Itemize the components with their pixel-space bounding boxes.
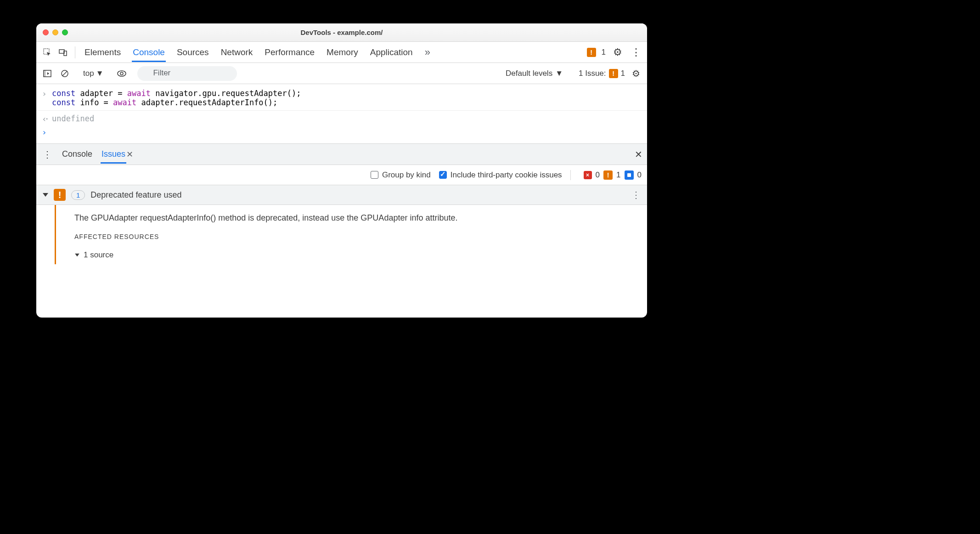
clear-console-icon[interactable] [58, 67, 71, 80]
live-expression-icon[interactable] [115, 67, 128, 80]
tab-performance[interactable]: Performance [264, 43, 315, 62]
drawer-tabs: ⋮ Console Issues ✕ ✕ [36, 144, 647, 165]
console-log-area[interactable]: const adapter = await navigator.gpu.requ… [36, 84, 647, 144]
drawer-more-icon[interactable]: ⋮ [41, 148, 54, 161]
settings-icon[interactable]: ⚙ [611, 46, 624, 59]
tab-sources[interactable]: Sources [176, 43, 210, 62]
prompt-caret-icon [42, 127, 48, 137]
thirdparty-label: Include third-party cookie issues [451, 170, 562, 180]
toggle-sidebar-icon[interactable] [41, 67, 54, 80]
console-prompt-row[interactable] [42, 125, 642, 139]
console-input-row: const adapter = await navigator.gpu.requ… [42, 87, 642, 109]
svg-point-7 [120, 72, 123, 75]
issue-body: The GPUAdapter requestAdapterInfo() meth… [55, 205, 647, 264]
svg-line-6 [62, 71, 67, 76]
issues-link[interactable]: 1 Issue: ! 1 [579, 69, 625, 78]
console-output: undefined [52, 114, 94, 123]
context-label: top [83, 69, 94, 78]
console-settings-icon[interactable]: ⚙ [630, 67, 642, 80]
issue-counts: × 0 ! 1 0 [584, 170, 642, 180]
execution-context-selector[interactable]: top ▼ [80, 68, 106, 80]
window-title: DevTools - example.com/ [36, 28, 647, 36]
svg-rect-4 [44, 70, 46, 77]
drawer-tab-issues[interactable]: Issues [101, 145, 126, 164]
tabs-overflow[interactable]: » [424, 42, 431, 63]
issues-count: 1 [621, 69, 625, 78]
toolbar-right: ! 1 ⚙ ⋮ [587, 46, 642, 59]
divider [36, 110, 647, 111]
issues-label: 1 Issue: [579, 69, 606, 78]
affected-source-row[interactable]: 1 source [74, 250, 638, 260]
drawer-tab-console[interactable]: Console [61, 145, 93, 164]
warning-badge-icon[interactable]: ! [587, 48, 596, 57]
issue-title: Deprecated feature used [90, 190, 181, 200]
tab-application[interactable]: Application [369, 43, 414, 62]
source-label: 1 source [84, 250, 113, 260]
checkbox-icon [371, 171, 378, 179]
main-toolbar: Elements Console Sources Network Perform… [36, 42, 647, 63]
divider [570, 170, 571, 180]
console-code: const adapter = await navigator.gpu.requ… [52, 89, 301, 107]
device-toolbar-icon[interactable] [56, 46, 69, 59]
issue-header[interactable]: ! 1 Deprecated feature used ⋮ [36, 185, 647, 205]
drawer-close-icon[interactable]: ✕ [635, 149, 642, 160]
devtools-window: DevTools - example.com/ Elements Console… [36, 23, 647, 318]
close-tab-icon[interactable]: ✕ [126, 149, 133, 159]
info-count: 0 [637, 170, 642, 180]
issue-message: The GPUAdapter requestAdapterInfo() meth… [74, 213, 638, 223]
warning-count: 1 [616, 170, 620, 180]
input-caret-icon [42, 89, 48, 98]
deprecation-icon: ! [54, 189, 66, 201]
issue-more-icon[interactable]: ⋮ [631, 189, 641, 200]
output-caret-icon [42, 114, 48, 124]
issue-count-pill: 1 [71, 190, 85, 200]
warning-badge-icon: ! [609, 69, 618, 78]
divider [75, 46, 75, 58]
panel-tabs: Elements Console Sources Network Perform… [84, 42, 584, 63]
chevron-down-icon: ▼ [555, 69, 563, 78]
levels-label: Default levels [506, 69, 552, 78]
expand-triangle-icon [43, 193, 48, 197]
console-output-row: undefined [42, 112, 642, 125]
info-badge-icon [625, 170, 634, 180]
include-thirdparty-checkbox[interactable]: Include third-party cookie issues [439, 170, 562, 180]
affected-resources-label: AFFECTED RESOURCES [74, 233, 638, 240]
warning-count: 1 [602, 48, 606, 57]
inspect-element-icon[interactable] [41, 46, 54, 59]
log-levels-selector[interactable]: Default levels ▼ [506, 69, 563, 78]
filter-input[interactable] [137, 66, 237, 81]
tab-memory[interactable]: Memory [326, 43, 359, 62]
chevron-down-icon: ▼ [96, 69, 104, 78]
console-toolbar: top ▼ Default levels ▼ 1 Issue: ! 1 ⚙ [36, 63, 647, 84]
more-icon[interactable]: ⋮ [630, 46, 642, 59]
tab-console[interactable]: Console [132, 43, 166, 62]
checkbox-checked-icon [439, 171, 447, 179]
tab-elements[interactable]: Elements [84, 43, 122, 62]
group-by-kind-checkbox[interactable]: Group by kind [371, 170, 431, 180]
tab-network[interactable]: Network [220, 43, 254, 62]
svg-rect-8 [627, 173, 631, 177]
warning-badge-icon: ! [603, 170, 613, 180]
filter-wrap [137, 66, 237, 81]
titlebar: DevTools - example.com/ [36, 23, 647, 42]
expand-triangle-icon [75, 254, 79, 256]
error-count: 0 [596, 170, 600, 180]
error-badge-icon: × [584, 171, 592, 179]
group-label: Group by kind [382, 170, 431, 180]
issues-toolbar: Group by kind Include third-party cookie… [36, 165, 647, 185]
